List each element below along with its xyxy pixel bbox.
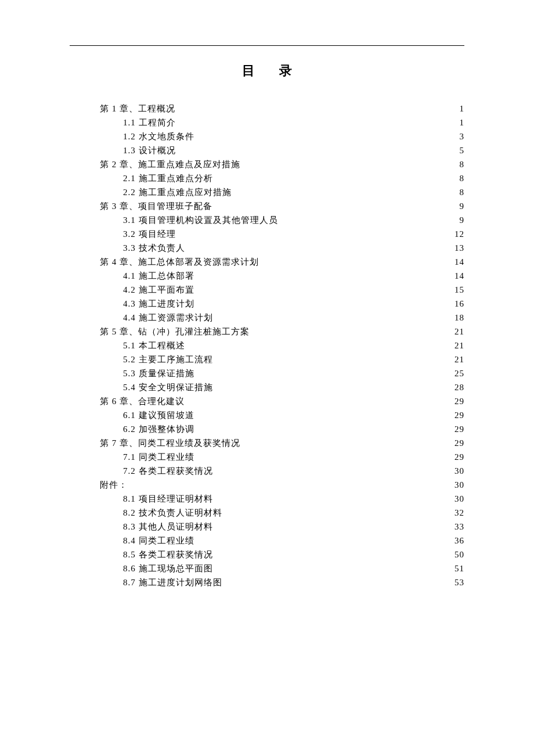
toc-entry: 第 4 章、施工总体部署及资源需求计划14: [70, 255, 464, 269]
toc-entry: 4.1 施工总体部署14: [70, 269, 464, 283]
table-of-contents: 第 1 章、工程概况11.1 工程简介11.2 水文地质条件31.3 设计概况5…: [70, 102, 464, 589]
toc-entry: 7.2 各类工程获奖情况30: [70, 464, 464, 478]
toc-entry-label: 第 3 章、项目管理班子配备: [100, 199, 212, 213]
toc-entry: 附件：30: [70, 478, 464, 492]
toc-entry-label: 1.3 设计概况: [123, 143, 176, 157]
toc-entry-page: 18: [453, 311, 464, 325]
toc-entry-label: 4.3 施工进度计划: [123, 297, 194, 311]
toc-entry-label: 8.1 项目经理证明材料: [123, 492, 213, 506]
toc-entry: 第 2 章、施工重点难点及应对措施8: [70, 157, 464, 171]
toc-entry: 第 3 章、项目管理班子配备9: [70, 199, 464, 213]
toc-entry-label: 4.2 施工平面布置: [123, 283, 194, 297]
toc-entry-label: 3.2 项目经理: [123, 227, 176, 241]
toc-entry: 8.7 施工进度计划网络图53: [70, 575, 464, 589]
toc-entry: 6.1 建议预留坡道29: [70, 408, 464, 422]
toc-entry-page: 36: [453, 534, 464, 548]
toc-entry-page: 21: [453, 325, 464, 339]
toc-entry: 4.2 施工平面布置15: [70, 283, 464, 297]
toc-entry-page: 12: [453, 227, 464, 241]
toc-entry-label: 8.6 施工现场总平面图: [123, 561, 213, 575]
toc-entry-label: 8.2 技术负责人证明材料: [123, 506, 222, 520]
toc-entry-label: 6.1 建议预留坡道: [123, 408, 194, 422]
toc-entry-page: 14: [453, 255, 464, 269]
document-page: 目 录 第 1 章、工程概况11.1 工程简介11.2 水文地质条件31.3 设…: [0, 0, 534, 589]
toc-entry: 5.4 安全文明保证措施28: [70, 380, 464, 394]
toc-entry-page: 5: [453, 143, 464, 157]
toc-entry-label: 第 4 章、施工总体部署及资源需求计划: [100, 255, 259, 269]
toc-entry-label: 3.3 技术负责人: [123, 241, 185, 255]
toc-entry: 2.1 施工重点难点分析8: [70, 171, 464, 185]
toc-entry: 8.2 技术负责人证明材料32: [70, 506, 464, 520]
toc-entry-page: 29: [453, 422, 464, 436]
toc-entry: 第 7 章、同类工程业绩及获奖情况29: [70, 436, 464, 450]
toc-entry: 第 5 章、钻（冲）孔灌注桩施工方案21: [70, 325, 464, 339]
toc-entry-page: 21: [453, 339, 464, 352]
toc-entry-page: 9: [453, 213, 464, 227]
toc-entry-label: 5.3 质量保证措施: [123, 366, 194, 380]
toc-entry: 5.3 质量保证措施25: [70, 366, 464, 380]
toc-entry: 5.2 主要工序施工流程21: [70, 352, 464, 366]
toc-entry-page: 29: [453, 450, 464, 464]
toc-entry-page: 8: [453, 171, 464, 185]
toc-entry: 3.1 项目管理机构设置及其他管理人员9: [70, 213, 464, 227]
toc-entry-label: 7.1 同类工程业绩: [123, 450, 194, 464]
toc-entry-label: 8.4 同类工程业绩: [123, 534, 194, 548]
toc-entry-page: 15: [453, 283, 464, 297]
toc-entry-label: 附件：: [100, 478, 128, 492]
toc-entry-label: 7.2 各类工程获奖情况: [123, 464, 213, 478]
toc-entry: 5.1 本工程概述21: [70, 339, 464, 352]
toc-entry-page: 53: [453, 575, 464, 589]
toc-entry-page: 1: [453, 102, 464, 116]
toc-entry: 第 1 章、工程概况1: [70, 102, 464, 116]
toc-entry-page: 29: [453, 394, 464, 408]
toc-entry-label: 第 1 章、工程概况: [100, 102, 175, 116]
toc-entry-label: 1.1 工程简介: [123, 116, 176, 129]
toc-entry-label: 2.2 施工重点难点应对措施: [123, 185, 232, 199]
toc-entry: 8.6 施工现场总平面图51: [70, 561, 464, 575]
toc-entry-page: 29: [453, 408, 464, 422]
toc-entry-label: 4.1 施工总体部署: [123, 269, 194, 283]
toc-entry: 3.3 技术负责人13: [70, 241, 464, 255]
toc-entry-label: 第 2 章、施工重点难点及应对措施: [100, 157, 240, 171]
toc-entry-page: 50: [453, 548, 464, 561]
toc-entry-page: 14: [453, 269, 464, 283]
toc-entry-page: 29: [453, 436, 464, 450]
toc-entry-page: 21: [453, 352, 464, 366]
toc-entry: 8.3 其他人员证明材料33: [70, 520, 464, 534]
toc-entry-label: 2.1 施工重点难点分析: [123, 171, 213, 185]
toc-entry: 2.2 施工重点难点应对措施8: [70, 185, 464, 199]
toc-entry-page: 13: [453, 241, 464, 255]
toc-entry: 6.2 加强整体协调29: [70, 422, 464, 436]
toc-entry-page: 30: [453, 464, 464, 478]
toc-entry: 4.4 施工资源需求计划18: [70, 311, 464, 325]
toc-entry-page: 3: [453, 129, 464, 143]
toc-entry-label: 第 7 章、同类工程业绩及获奖情况: [100, 436, 240, 450]
toc-entry-label: 8.5 各类工程获奖情况: [123, 548, 213, 561]
toc-title: 目 录: [70, 62, 464, 80]
toc-entry: 1.3 设计概况5: [70, 143, 464, 157]
toc-entry: 8.4 同类工程业绩36: [70, 534, 464, 548]
header-rule: [70, 45, 464, 46]
toc-entry-label: 5.2 主要工序施工流程: [123, 352, 213, 366]
toc-entry-label: 4.4 施工资源需求计划: [123, 311, 213, 325]
toc-entry-label: 3.1 项目管理机构设置及其他管理人员: [123, 213, 278, 227]
toc-entry: 3.2 项目经理12: [70, 227, 464, 241]
toc-entry-label: 8.7 施工进度计划网络图: [123, 575, 222, 589]
toc-entry-label: 1.2 水文地质条件: [123, 129, 194, 143]
toc-entry-page: 1: [453, 116, 464, 129]
toc-entry-label: 5.4 安全文明保证措施: [123, 380, 213, 394]
toc-entry: 8.5 各类工程获奖情况50: [70, 548, 464, 561]
toc-entry-label: 6.2 加强整体协调: [123, 422, 194, 436]
toc-entry-page: 28: [453, 380, 464, 394]
toc-entry: 1.1 工程简介1: [70, 116, 464, 129]
toc-entry-label: 8.3 其他人员证明材料: [123, 520, 213, 534]
toc-entry: 7.1 同类工程业绩29: [70, 450, 464, 464]
toc-entry-label: 5.1 本工程概述: [123, 339, 185, 352]
toc-entry-page: 25: [453, 366, 464, 380]
toc-entry-page: 32: [453, 506, 464, 520]
toc-entry-page: 16: [453, 297, 464, 311]
toc-entry-label: 第 6 章、合理化建议: [100, 394, 185, 408]
toc-entry: 8.1 项目经理证明材料30: [70, 492, 464, 506]
toc-entry-label: 第 5 章、钻（冲）孔灌注桩施工方案: [100, 325, 250, 339]
toc-entry: 第 6 章、合理化建议29: [70, 394, 464, 408]
